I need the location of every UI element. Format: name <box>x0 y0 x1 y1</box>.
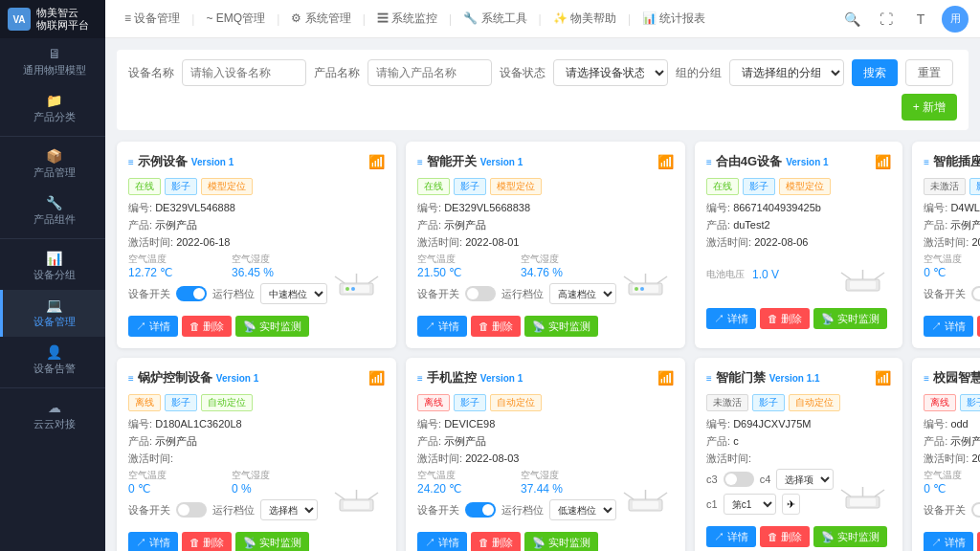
serial-info: 编号: DE329VL546888 <box>128 201 385 215</box>
control-row: 设备开关 运行档位 高速档位 <box>417 283 616 304</box>
send-button[interactable]: ✈ <box>782 494 800 515</box>
title-icon: ≡ <box>924 157 929 167</box>
sidebar-item-product-category[interactable]: 📁 产品分类 <box>0 85 105 132</box>
topbar-emq[interactable]: ~ EMQ管理 <box>198 7 273 31</box>
font-btn[interactable]: T <box>907 6 934 33</box>
air-temp-value: 0 ℃ <box>924 482 980 496</box>
detail-button[interactable]: ↗ 详情 <box>417 532 467 551</box>
device-name: 智能开关 <box>427 153 477 170</box>
run-mode-select[interactable]: 低速档位 <box>549 499 616 520</box>
serial-info: 编号: odd <box>924 417 980 431</box>
device-group-select[interactable]: 请选择组的分组 <box>729 59 844 86</box>
detail-button[interactable]: ↗ 详情 <box>706 308 756 329</box>
user-avatar[interactable]: 用 <box>942 6 969 33</box>
new-device-button[interactable]: + 新增 <box>902 94 957 121</box>
air-humidity-label: 空气湿度 <box>521 469 616 482</box>
run-mode-label: 运行档位 <box>501 503 544 518</box>
shadow-tag: 影子 <box>165 394 197 411</box>
realtime-button[interactable]: 📡 实时监测 <box>235 532 309 551</box>
device-switch-toggle[interactable] <box>176 502 207 518</box>
topbar-device-manage[interactable]: ≡ 设备管理 <box>117 7 188 31</box>
detail-button[interactable]: ↗ 详情 <box>924 532 973 551</box>
delete-button[interactable]: 🗑 删除 <box>471 532 521 551</box>
card-data: 空气温度 12.72 ℃ 空气湿度 36.45 % 设备开关 运行档位 <box>128 253 327 308</box>
device-switch-toggle[interactable] <box>971 502 980 518</box>
wifi-icon: 📶 <box>875 154 891 169</box>
realtime-button[interactable]: 📡 实时监测 <box>813 526 887 547</box>
product-info: 产品: 示例产品 <box>128 434 385 449</box>
reset-button[interactable]: 重置 <box>905 59 953 86</box>
title-icon: ≡ <box>706 157 712 167</box>
delete-button[interactable]: 🗑 删除 <box>182 532 232 551</box>
serial-info: 编号: DEVICE98 <box>417 417 674 431</box>
air-temp-value: 0 ℃ <box>128 482 224 496</box>
topbar-system-tools[interactable]: 🔧 系统工具 <box>456 7 534 31</box>
title-icon: ≡ <box>924 373 929 384</box>
run-mode-select[interactable]: 中速档位 <box>260 283 327 304</box>
svg-point-6 <box>351 287 355 291</box>
product-name-input[interactable] <box>368 59 492 86</box>
sidebar-item-device-manage[interactable]: 💻 设备管理 <box>0 290 105 337</box>
activated-info: 激活时间: 2022-06-18 <box>128 235 385 250</box>
air-temp-label: 空气温度 <box>924 469 980 482</box>
air-temp-item: 空气温度 0 ℃ <box>924 253 980 279</box>
card-header: ≡ 合由4G设备 Version 1 📶 <box>706 153 891 170</box>
realtime-button[interactable]: 📡 实时监测 <box>813 308 887 329</box>
topbar-report[interactable]: 📊 统计报表 <box>635 7 713 31</box>
title-icon: ≡ <box>706 373 712 384</box>
run-mode-select[interactable]: 高速档位 <box>549 283 616 304</box>
air-temp-item: 空气温度 12.72 ℃ <box>128 253 224 279</box>
device-name-input[interactable] <box>182 59 306 86</box>
c1-select[interactable]: 第c1 <box>724 494 776 515</box>
category-icon: 📁 <box>46 93 62 108</box>
realtime-button[interactable]: 📡 实时监测 <box>524 316 598 337</box>
topbar-system-monitor[interactable]: ☰ 系统监控 <box>369 7 445 31</box>
detail-button[interactable]: ↗ 详情 <box>128 316 178 337</box>
topbar-system-manage[interactable]: ⚙ 系统管理 <box>283 7 358 31</box>
detail-button[interactable]: ↗ 详情 <box>706 526 756 547</box>
sidebar-item-device-alarm[interactable]: 👤 设备告警 <box>0 337 105 384</box>
sidebar-item-product-manage[interactable]: 📦 产品管理 <box>0 141 105 187</box>
air-temp-item: 空气温度 24.20 ℃ <box>417 469 513 496</box>
device-switch-toggle[interactable] <box>176 286 207 301</box>
device-status-select[interactable]: 请选择设备状态 在线 离线 未激活 <box>553 59 668 86</box>
topbar-help[interactable]: ✨ 物美帮助 <box>546 7 624 31</box>
delete-button[interactable]: 🗑 删除 <box>760 526 810 547</box>
detail-button[interactable]: ↗ 详情 <box>417 316 467 337</box>
sidebar-item-product-component[interactable]: 🔧 产品组件 <box>0 187 105 234</box>
card-title: ≡ 示例设备 Version 1 <box>128 153 234 170</box>
delete-button[interactable]: 🗑 删除 <box>471 316 521 337</box>
card-data: 空气温度 0 ℃ 空气湿度 0 % 设备开关 运行档位 <box>128 469 327 524</box>
topbar: ≡ 设备管理 | ~ EMQ管理 | ⚙ 系统管理 | ☰ 系统监控 | 🔧 系… <box>105 0 980 38</box>
control-row: 设备开关 运行档位 中速档位 <box>128 283 327 304</box>
product-icon: 📦 <box>46 148 62 164</box>
device-switch-toggle[interactable] <box>465 502 496 518</box>
sidebar-item-cloud-connect[interactable]: ☁ 云云对接 <box>0 392 105 439</box>
logo-text: 物美智云物联网平台 <box>36 7 89 32</box>
svg-line-36 <box>841 490 851 496</box>
c3-toggle[interactable] <box>724 472 754 487</box>
realtime-button[interactable]: 📡 实时监测 <box>235 316 309 337</box>
delete-button[interactable]: 🗑 删除 <box>760 308 810 329</box>
c4-label: c4 <box>760 474 771 485</box>
detail-button[interactable]: ↗ 详情 <box>924 316 973 337</box>
delete-button[interactable]: 🗑 删除 <box>182 316 232 337</box>
data-row: 空气温度 12.72 ℃ 空气湿度 36.45 % <box>128 253 327 279</box>
sidebar: VA 物美智云物联网平台 🖥 通用物理模型 📁 产品分类 📦 产品管理 🔧 产品… <box>0 0 105 551</box>
search-button[interactable]: 搜索 <box>852 59 898 86</box>
card-tags: 未激活 影子 自动定位 <box>706 394 891 411</box>
c4-select[interactable]: 选择项 <box>776 469 834 490</box>
detail-button[interactable]: ↗ 详情 <box>128 532 178 551</box>
device-switch-toggle[interactable] <box>971 286 980 301</box>
card-actions: ↗ 详情 🗑 删除 📡 实时监测 <box>128 316 385 337</box>
sidebar-item-universal-model[interactable]: 🖥 通用物理模型 <box>0 38 105 85</box>
device-switch-toggle[interactable] <box>465 286 496 301</box>
serial-info: 编号: D694JCXVJ75M <box>706 417 891 431</box>
realtime-button[interactable]: 📡 实时监测 <box>524 532 598 551</box>
run-mode-select[interactable]: 选择档 <box>260 499 318 520</box>
fullscreen-btn[interactable]: ⛶ <box>873 6 900 33</box>
search-btn[interactable]: 🔍 <box>838 6 865 33</box>
card-actions: ↗ 详情 🗑 删除 📡 实时监测 <box>417 532 674 551</box>
sidebar-item-device-group[interactable]: 📊 设备分组 <box>0 243 105 290</box>
svg-line-18 <box>875 273 884 279</box>
